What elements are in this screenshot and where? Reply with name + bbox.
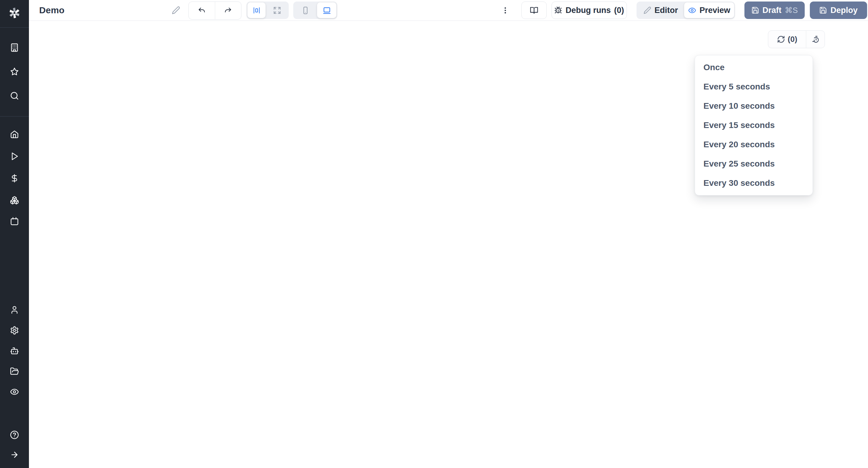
menu-item-every-5s[interactable]: Every 5 seconds (695, 77, 812, 96)
docs-button[interactable] (521, 1, 547, 19)
deploy-button[interactable]: Deploy (810, 1, 867, 19)
dollar-icon (10, 174, 19, 183)
canvas-width-toggle (247, 1, 289, 19)
sidebar-item-audit-logs[interactable] (7, 385, 22, 399)
undo-button[interactable] (189, 2, 215, 19)
sidebar-item-settings[interactable] (7, 323, 22, 338)
sidebar-item-schedules[interactable] (7, 214, 22, 229)
undo-icon (198, 7, 206, 15)
kebab-menu-icon (501, 6, 509, 14)
run-history-button[interactable] (806, 31, 825, 48)
user-icon (10, 305, 19, 314)
editor-label: Editor (655, 6, 678, 15)
sidebar-item-resources[interactable] (7, 193, 22, 207)
schedule-interval-menu: Once Every 5 seconds Every 10 seconds Ev… (695, 55, 813, 196)
menu-item-every-30s[interactable]: Every 30 seconds (695, 173, 812, 193)
app-editor-page: Demo (0, 0, 868, 468)
sidebar-item-folders[interactable] (7, 364, 22, 378)
draft-shortcut: ⌘S (785, 6, 798, 15)
menu-item-once[interactable]: Once (695, 58, 812, 77)
save-icon (751, 6, 759, 14)
undo-redo-group (188, 1, 241, 20)
eye-icon (10, 387, 19, 396)
sidebar-item-workers[interactable] (7, 344, 22, 358)
tab-editor[interactable]: Editor (637, 1, 685, 19)
sidebar-collapse-button[interactable] (7, 447, 22, 462)
smartphone-icon (301, 6, 310, 14)
star-icon (10, 67, 19, 76)
tab-preview[interactable]: Preview (684, 2, 734, 18)
sidebar-item-favorites[interactable] (7, 64, 22, 79)
home-icon (10, 130, 19, 139)
windmill-logo-icon[interactable] (7, 6, 22, 20)
help-circle-icon (10, 430, 19, 439)
deploy-label: Deploy (830, 6, 858, 15)
timer-history-icon (811, 35, 820, 44)
sidebar-item-home[interactable] (7, 127, 22, 141)
debug-runs-count: (0) (614, 6, 624, 15)
building-icon (10, 43, 19, 52)
sidebar-item-runs[interactable] (7, 149, 22, 164)
device-toggle (293, 1, 337, 19)
desktop-view-toggle[interactable] (317, 2, 336, 18)
redo-icon (224, 7, 232, 15)
boxes-icon (10, 196, 19, 205)
menu-item-every-15s[interactable]: Every 15 seconds (695, 115, 812, 135)
refresh-group: (0) (768, 30, 825, 48)
draft-label: Draft (763, 6, 781, 15)
sidebar (0, 0, 29, 468)
centered-width-toggle[interactable] (247, 2, 266, 18)
mobile-view-toggle[interactable] (293, 1, 317, 19)
pencil-icon (172, 6, 180, 14)
bot-icon (10, 346, 19, 355)
sidebar-item-variables[interactable] (7, 171, 22, 186)
play-icon (10, 152, 19, 161)
menu-item-every-20s[interactable]: Every 20 seconds (695, 135, 812, 154)
bug-icon (554, 6, 562, 14)
pencil-icon (644, 6, 651, 14)
search-icon (10, 91, 19, 100)
folder-open-icon (10, 367, 19, 376)
debug-runs-label: Debug runs (565, 6, 611, 15)
refresh-button[interactable]: (0) (768, 31, 806, 48)
save-draft-button[interactable]: Draft ⌘S (744, 1, 805, 19)
save-icon (819, 6, 827, 14)
laptop-icon (322, 6, 331, 15)
calendar-icon (10, 217, 19, 226)
full-width-toggle[interactable] (266, 1, 289, 19)
menu-item-every-10s[interactable]: Every 10 seconds (695, 96, 812, 115)
settings-icon (10, 326, 19, 335)
arrow-right-icon (10, 450, 19, 459)
menu-item-every-25s[interactable]: Every 25 seconds (695, 154, 812, 173)
debug-runs-button[interactable]: Debug runs (0) (552, 1, 627, 19)
eye-icon (688, 6, 696, 14)
more-options-button[interactable] (497, 1, 513, 19)
editor-preview-toggle: Editor Preview (637, 1, 735, 19)
app-title: Demo (39, 0, 64, 21)
redo-button[interactable] (215, 2, 241, 19)
sidebar-item-help[interactable] (7, 428, 22, 442)
maximize-icon (273, 6, 281, 14)
sidebar-item-apps[interactable] (7, 40, 22, 55)
refresh-count: (0) (788, 35, 798, 44)
sidebar-divider (0, 27, 29, 28)
sidebar-divider (0, 116, 29, 116)
sidebar-item-search[interactable] (7, 89, 22, 103)
sidebar-item-users[interactable] (7, 303, 22, 317)
align-center-icon (253, 6, 261, 14)
preview-label: Preview (700, 6, 730, 15)
edit-title-button[interactable] (168, 1, 184, 19)
refresh-icon (777, 35, 785, 43)
topbar: Demo (29, 0, 868, 21)
book-open-icon (530, 6, 538, 14)
